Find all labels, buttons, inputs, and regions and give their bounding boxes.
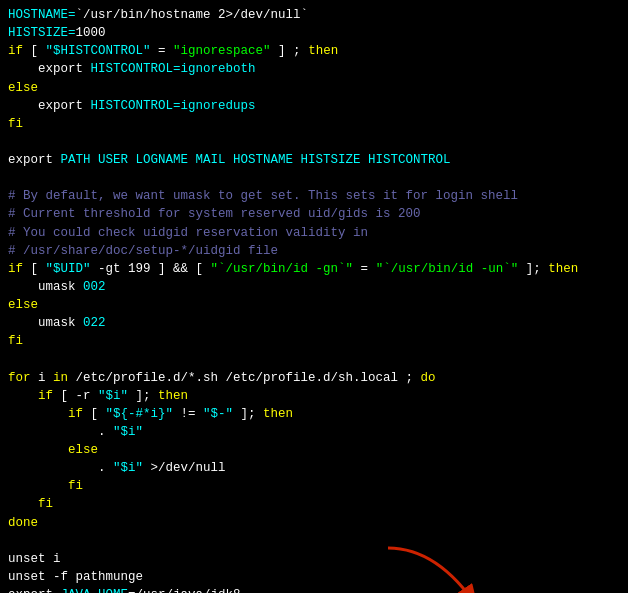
code-line: if [ "${-#*i}" != "$-" ]; then (8, 405, 620, 423)
code-line: # You could check uidgid reservation val… (8, 224, 620, 242)
code-line (8, 133, 620, 151)
code-line: HOSTNAME=`/usr/bin/hostname 2>/dev/null` (8, 6, 620, 24)
code-line: # By default, we want umask to get set. … (8, 187, 620, 205)
code-line: fi (8, 115, 620, 133)
code-line: . "$i" >/dev/null (8, 459, 620, 477)
terminal-window: HOSTNAME=`/usr/bin/hostname 2>/dev/null`… (0, 0, 628, 593)
code-line: export HISTCONTROL=ignoreboth (8, 60, 620, 78)
code-line: for i in /etc/profile.d/*.sh /etc/profil… (8, 369, 620, 387)
code-line: umask 002 (8, 278, 620, 296)
code-line: export JAVA_HOME=/usr/java/jdk8 (8, 586, 620, 593)
code-line: if [ "$HISTCONTROL" = "ignorespace" ] ; … (8, 42, 620, 60)
code-line: export PATH USER LOGNAME MAIL HOSTNAME H… (8, 151, 620, 169)
code-line: unset -f pathmunge (8, 568, 620, 586)
code-line (8, 169, 620, 187)
code-line: # Current threshold for system reserved … (8, 205, 620, 223)
code-line (8, 532, 620, 550)
code-line: HISTSIZE=1000 (8, 24, 620, 42)
code-line: umask 022 (8, 314, 620, 332)
code-line: fi (8, 477, 620, 495)
code-line: . "$i" (8, 423, 620, 441)
code-line: if [ -r "$i" ]; then (8, 387, 620, 405)
code-line: fi (8, 495, 620, 513)
code-line: unset i (8, 550, 620, 568)
arrow-annotation (378, 538, 508, 593)
code-line: fi (8, 332, 620, 350)
code-line: else (8, 79, 620, 97)
code-line: else (8, 296, 620, 314)
code-line: else (8, 441, 620, 459)
code-line: # /usr/share/doc/setup-*/uidgid file (8, 242, 620, 260)
code-lines: HOSTNAME=`/usr/bin/hostname 2>/dev/null`… (8, 6, 620, 593)
code-line (8, 350, 620, 368)
code-line: export HISTCONTROL=ignoredups (8, 97, 620, 115)
code-line: done (8, 514, 620, 532)
code-line: if [ "$UID" -gt 199 ] && [ "`/usr/bin/id… (8, 260, 620, 278)
